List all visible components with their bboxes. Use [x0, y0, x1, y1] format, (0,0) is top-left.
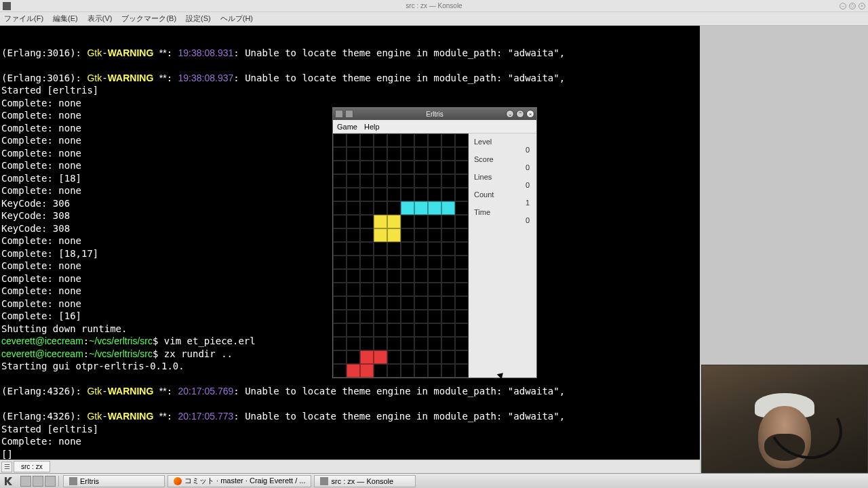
tetris-cell [374, 228, 387, 242]
window-controls: – ◇ × [840, 3, 865, 9]
task-erltris[interactable]: Erltris [63, 475, 165, 487]
count-value: 1 [474, 199, 531, 207]
terminal-tab[interactable]: src : zx [14, 461, 50, 472]
launcher-icon[interactable] [45, 476, 56, 487]
erltris-stats: Level0 Score0 Lines0 Count1 Time0 [469, 134, 536, 378]
erltris-menu-help[interactable]: Help [364, 123, 380, 131]
minimize-icon[interactable]: – [840, 3, 846, 9]
launcher-icon[interactable] [33, 476, 43, 487]
launcher-icon[interactable] [20, 476, 31, 487]
tetris-cell [347, 364, 360, 378]
tetris-cell [387, 228, 401, 242]
menu-edit[interactable]: 編集(E) [53, 14, 78, 24]
webcam-overlay [701, 365, 868, 473]
time-label: Time [474, 208, 531, 216]
tetris-cell [387, 215, 401, 228]
konsole-menubar: ファイル(F) 編集(E) 表示(V) ブックマーク(B) 設定(S) ヘルプ(… [0, 12, 868, 26]
kde-logo-icon[interactable] [3, 475, 15, 487]
score-value: 0 [474, 163, 531, 171]
erltris-menu-game[interactable]: Game [337, 123, 357, 131]
task-label: Erltris [80, 477, 99, 485]
desktop-titlebar: src : zx — Konsole – ◇ × [0, 0, 868, 12]
tetris-cell [428, 201, 441, 215]
app-icon [69, 477, 77, 485]
tetris-board[interactable] [333, 134, 469, 378]
score-label: Score [474, 155, 531, 163]
erltris-minimize-icon[interactable]: ⌄ [506, 110, 514, 118]
tetris-cell [360, 364, 374, 378]
tetris-cell [414, 201, 428, 215]
tetris-grid [333, 134, 469, 378]
task-label: コミット · master · Craig Everett / ... [184, 476, 305, 486]
firefox-icon [174, 477, 182, 485]
menu-help[interactable]: ヘルプ(H) [220, 14, 253, 24]
erltris-window[interactable]: Erltris ⌄ ⌃ × Game Help Level0 Score0 Li… [332, 107, 537, 378]
menu-bookmarks[interactable]: ブックマーク(B) [121, 14, 176, 24]
level-value: 0 [474, 146, 531, 154]
erltris-menubar: Game Help [333, 120, 536, 134]
pin-icon[interactable] [345, 110, 353, 118]
erltris-title: Erltris [426, 110, 443, 118]
erltris-maximize-icon[interactable]: ⌃ [516, 110, 524, 118]
konsole-icon [3, 2, 11, 10]
time-value: 0 [474, 216, 531, 224]
tetris-cell [374, 215, 387, 228]
new-tab-button[interactable]: ☰ [1, 462, 12, 472]
menu-view[interactable]: 表示(V) [87, 14, 113, 24]
taskbar: Erltris コミット · master · Craig Everett / … [0, 473, 868, 488]
window-menu-icon[interactable] [335, 110, 343, 118]
quick-launch [18, 476, 59, 487]
konsole-icon [320, 477, 328, 485]
maximize-icon[interactable]: ◇ [849, 3, 856, 9]
tetris-cell [360, 350, 374, 364]
terminal-tabbar: ☰ src : zx [0, 460, 700, 473]
erltris-titlebar[interactable]: Erltris ⌄ ⌃ × [333, 108, 536, 120]
task-firefox[interactable]: コミット · master · Craig Everett / ... [167, 475, 311, 487]
tetris-cell [401, 201, 414, 215]
tetris-cell [374, 350, 387, 364]
menu-settings[interactable]: 設定(S) [186, 14, 211, 24]
level-label: Level [474, 138, 531, 146]
erltris-close-icon[interactable]: × [526, 110, 534, 118]
close-icon[interactable]: × [859, 3, 865, 9]
menu-file[interactable]: ファイル(F) [4, 14, 43, 24]
lines-value: 0 [474, 181, 531, 189]
count-label: Count [474, 190, 531, 199]
tetris-cell [441, 201, 455, 215]
task-konsole[interactable]: src : zx — Konsole [314, 475, 416, 487]
window-title: src : zx — Konsole [406, 2, 462, 9]
lines-label: Lines [474, 173, 531, 181]
task-label: src : zx — Konsole [331, 477, 393, 485]
